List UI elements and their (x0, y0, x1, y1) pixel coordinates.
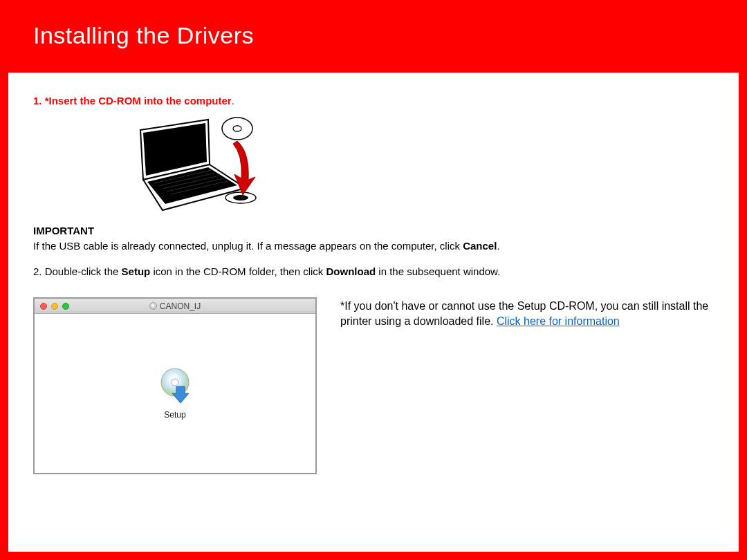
laptop-cd-illustration (127, 116, 272, 216)
important-cancel-bold: Cancel (463, 240, 497, 252)
page-title: Installing the Drivers (33, 22, 714, 49)
setup-label: Setup (164, 409, 185, 421)
download-info-link[interactable]: Click here for information (497, 315, 620, 327)
important-text-before: If the USB cable is already connected, u… (33, 240, 463, 252)
important-label: IMPORTANT (33, 223, 714, 239)
mac-window-title: CANON_IJ (35, 300, 315, 312)
step-2-download-bold: Download (326, 265, 376, 277)
mac-window-body: Setup (35, 314, 315, 473)
cd-icon (149, 302, 157, 310)
close-icon[interactable] (40, 303, 47, 310)
mac-titlebar: CANON_IJ (35, 299, 315, 314)
svg-point-6 (233, 195, 248, 200)
important-text-after: . (497, 240, 499, 252)
page-number: 6 (726, 541, 732, 553)
step-2-suffix: in the subsequent window. (376, 265, 500, 277)
important-text: If the USB cable is already connected, u… (33, 239, 714, 254)
content-area: 1. *Insert the CD-ROM into the computer. (8, 73, 739, 474)
step-2-setup-bold: Setup (122, 265, 151, 277)
mac-window-title-text: CANON_IJ (160, 300, 201, 312)
step-1-number: 1. * (33, 95, 49, 106)
step-2-mid: icon in the CD-ROM folder, then click (150, 265, 326, 277)
zoom-icon[interactable] (62, 303, 69, 310)
svg-point-8 (233, 125, 241, 131)
step-1-heading: 1. *Insert the CD-ROM into the computer. (33, 93, 714, 109)
step-1-text: Insert the CD-ROM into the computer (49, 95, 232, 106)
aside-note: *If you don't have or cannot use the Set… (340, 299, 714, 330)
step-1-period: . (232, 95, 234, 106)
header-band: Installing the Drivers (8, 8, 739, 73)
mac-finder-window: CANON_IJ (33, 297, 317, 474)
two-column-row: CANON_IJ (33, 297, 714, 474)
step-2-prefix: 2. Double-click the (33, 265, 122, 277)
page-container: Installing the Drivers 1. *Insert the CD… (8, 8, 739, 552)
cd-disc-icon (222, 118, 252, 140)
svg-point-10 (172, 379, 178, 386)
setup-app-icon[interactable] (156, 366, 194, 404)
minimize-icon[interactable] (51, 303, 58, 310)
traffic-lights (40, 303, 69, 310)
step-2-text: 2. Double-click the Setup icon in the CD… (33, 264, 714, 280)
